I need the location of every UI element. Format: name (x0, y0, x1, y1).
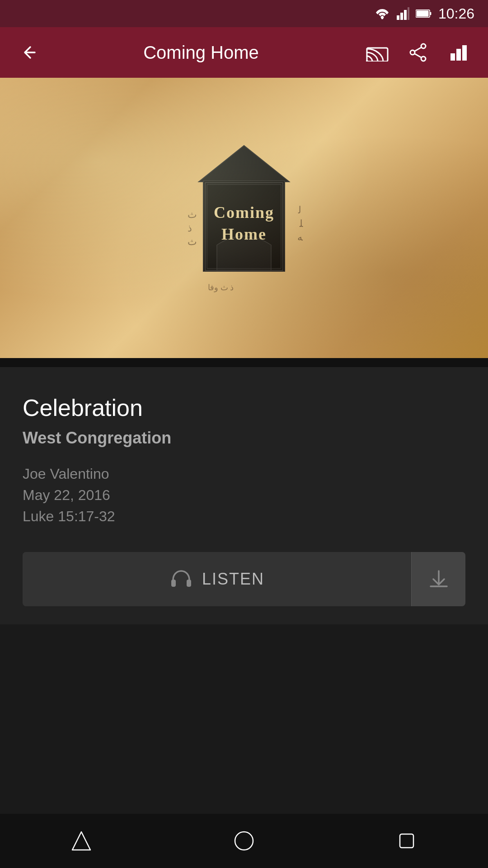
listen-button[interactable]: LISTEN (23, 552, 411, 606)
nav-bar (0, 814, 488, 868)
svg-point-11 (421, 57, 426, 61)
stats-button[interactable] (443, 37, 474, 68)
share-icon (408, 42, 428, 62)
svg-point-34 (235, 832, 253, 850)
nav-home-button[interactable] (221, 823, 267, 859)
svg-rect-7 (417, 10, 429, 16)
sermon-scripture: Luke 15:17-32 (23, 508, 465, 525)
svg-line-13 (415, 47, 421, 51)
stats-icon (449, 42, 469, 62)
status-time: 10:26 (438, 5, 474, 22)
svg-rect-15 (450, 53, 455, 61)
svg-rect-35 (400, 834, 413, 848)
nav-back-button[interactable] (59, 823, 104, 859)
nav-recents-button[interactable] (384, 823, 429, 859)
sermon-meta: Joe Valentino May 22, 2016 Luke 15:17-32 (23, 466, 465, 525)
headphones-icon (169, 567, 193, 591)
sermon-speaker: Joe Valentino (23, 466, 465, 482)
svg-rect-3 (404, 10, 407, 20)
status-icons: 10:26 (374, 5, 474, 22)
hero-bg-texture (0, 78, 488, 358)
sermon-date: May 22, 2016 (23, 487, 465, 504)
svg-rect-16 (456, 49, 461, 61)
signal-icon (397, 7, 409, 20)
status-bar: 10:26 (0, 0, 488, 27)
download-icon (427, 567, 450, 591)
nav-back-icon (70, 830, 93, 852)
svg-marker-33 (72, 832, 90, 850)
svg-line-14 (415, 54, 421, 57)
svg-rect-32 (187, 580, 191, 587)
listen-container: LISTEN (23, 552, 465, 606)
content-area: Celebration West Congregation Joe Valent… (0, 367, 488, 624)
nav-recents-icon (395, 830, 418, 852)
svg-rect-17 (462, 45, 467, 61)
nav-home-icon (233, 830, 255, 852)
svg-point-10 (421, 44, 426, 48)
back-arrow-icon (20, 43, 38, 61)
sermon-title: Celebration (23, 394, 465, 421)
church-name: West Congregation (23, 429, 465, 448)
app-bar: Coming Home (0, 27, 488, 78)
app-bar-actions (361, 37, 474, 68)
hero-image: Coming Home ث ذ ث ﻟ ﻠ ﻪ ذ ث وفا (0, 78, 488, 358)
svg-rect-1 (397, 15, 399, 20)
share-button[interactable] (402, 37, 434, 68)
svg-rect-4 (408, 7, 409, 20)
svg-point-0 (381, 17, 383, 19)
svg-rect-31 (171, 580, 176, 587)
svg-point-12 (410, 50, 415, 55)
svg-rect-6 (430, 12, 431, 15)
svg-rect-2 (400, 13, 403, 20)
download-button[interactable] (411, 552, 465, 606)
dark-band (0, 358, 488, 367)
cast-button[interactable] (361, 37, 393, 68)
battery-icon (416, 8, 432, 19)
app-bar-title: Coming Home (41, 42, 361, 63)
listen-label: LISTEN (202, 570, 264, 589)
wifi-icon (374, 7, 390, 20)
cast-icon (366, 43, 389, 61)
svg-point-9 (366, 60, 368, 61)
